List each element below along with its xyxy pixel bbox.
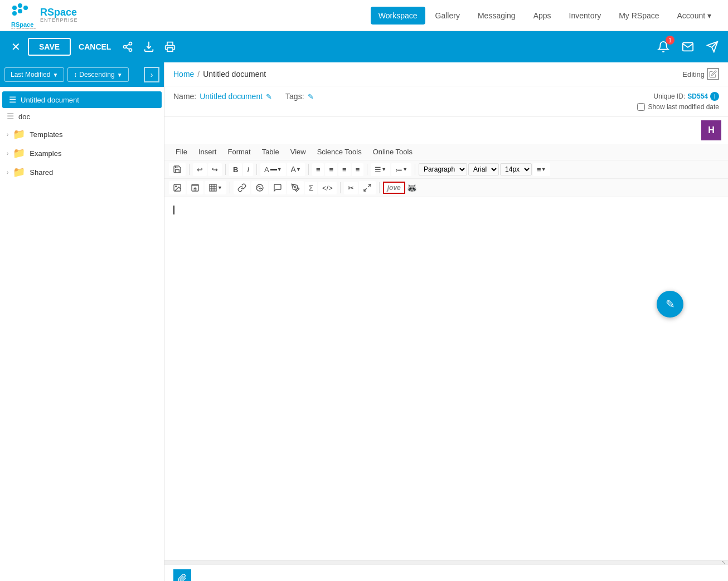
svg-line-28	[364, 188, 367, 191]
bullet-list-button[interactable]: ☰ ▼	[371, 163, 390, 176]
document-meta: Name: Untitled document ✎ Tags: ✎ Unique…	[164, 86, 728, 117]
editor-content-area[interactable]	[164, 197, 728, 560]
nav-inventory[interactable]: Inventory	[561, 7, 609, 25]
font-color-button[interactable]: A ▼	[260, 163, 286, 176]
last-modified-filter[interactable]: Last Modified ▼	[4, 67, 64, 82]
menu-format[interactable]: Format	[225, 146, 253, 158]
sidebar-filter-bar: Last Modified ▼ ↕ Descending ▼ ›	[0, 62, 164, 87]
save-button[interactable]: SAVE	[28, 38, 71, 56]
font-family-select[interactable]: Arial	[468, 163, 499, 175]
raccoon-button[interactable]: 🦝	[406, 183, 418, 193]
paragraph-style-select[interactable]: Paragraph	[419, 163, 467, 175]
divider	[415, 164, 415, 175]
upload-file-button[interactable]	[187, 181, 203, 194]
unique-id-info-icon[interactable]: i	[710, 92, 719, 101]
sigma-button[interactable]: Σ	[305, 182, 317, 194]
insert-image-button[interactable]	[169, 181, 186, 194]
menu-insert[interactable]: Insert	[196, 146, 219, 158]
expand-arrow-icon: ›	[7, 131, 8, 138]
breadcrumb-bar: Home / Untitled document Editing	[164, 62, 728, 86]
tags-edit-icon[interactable]: ✎	[308, 92, 314, 101]
logo[interactable]: RSpace ENTERPRISE RSpace ENTERPRISE	[9, 2, 78, 29]
insert-rspace-link-button[interactable]	[251, 181, 268, 194]
sidebar-item-doc[interactable]: ☰ doc	[0, 108, 164, 125]
attach-button[interactable]	[173, 569, 191, 581]
sketch-button[interactable]	[287, 181, 304, 194]
insert-table-button[interactable]: ▼	[205, 181, 226, 194]
name-edit-icon[interactable]: ✎	[266, 92, 272, 101]
tags-label: Tags:	[285, 92, 304, 101]
messages-button[interactable]	[679, 38, 697, 56]
main-layout: Last Modified ▼ ↕ Descending ▼ › ☰ Untit…	[0, 62, 728, 581]
sidebar-item-templates[interactable]: › 📁 Templates	[0, 125, 164, 144]
menu-online-tools[interactable]: Online Tools	[371, 146, 415, 158]
cancel-button[interactable]: CANCEL	[74, 40, 115, 53]
line-height-button[interactable]: ≡ ▼	[533, 163, 550, 176]
menu-file[interactable]: File	[173, 146, 190, 158]
nav-apps[interactable]: Apps	[526, 7, 559, 25]
menu-table[interactable]: Table	[260, 146, 282, 158]
undo-button[interactable]: ↩	[193, 163, 207, 176]
show-modified-checkbox[interactable]	[637, 103, 645, 111]
nav-workspace[interactable]: Workspace	[371, 7, 425, 25]
sidebar-expand-button[interactable]: ›	[144, 67, 159, 82]
filter-chevron-icon: ▼	[52, 72, 58, 78]
svg-rect-12	[167, 48, 173, 52]
svg-point-9	[129, 48, 132, 51]
svg-point-4	[18, 9, 22, 13]
fab-edit-button[interactable]: ✎	[657, 291, 683, 318]
sidebar-item-shared[interactable]: › 📁 Shared	[0, 163, 164, 182]
font-size-select[interactable]: 14px	[500, 163, 532, 175]
align-justify-button[interactable]: ≡	[352, 163, 364, 176]
code-button[interactable]: </>	[318, 182, 337, 194]
editor-resize-handle[interactable]: ⤡	[164, 560, 728, 564]
close-button[interactable]: ✕	[7, 38, 25, 56]
svg-text:RSpace: RSpace	[11, 21, 33, 28]
svg-point-16	[176, 186, 177, 187]
insert-link-button[interactable]	[234, 181, 250, 194]
sidebar-item-label: Examples	[30, 149, 61, 158]
breadcrumb-separator: /	[197, 70, 200, 79]
editor-toolbar-row2: ▼	[164, 179, 728, 197]
nav-gallery[interactable]: Gallery	[428, 7, 468, 25]
editing-label-text: Editing	[682, 70, 705, 79]
scissors-button[interactable]: ✂	[344, 182, 358, 194]
print-icon[interactable]	[161, 38, 179, 56]
comment-button[interactable]	[269, 181, 286, 194]
svg-point-8	[124, 46, 127, 48]
expand-button[interactable]	[359, 181, 376, 194]
nav-my-rspace[interactable]: My RSpace	[611, 7, 667, 25]
folder-icon: 📁	[13, 128, 25, 140]
bold-button[interactable]: B	[229, 163, 242, 176]
save-doc-icon[interactable]	[169, 163, 186, 176]
numbered-list-button[interactable]: ≔ ▼	[391, 163, 411, 176]
sort-order-button[interactable]: ↕ Descending ▼	[67, 67, 128, 82]
send-button[interactable]	[703, 38, 721, 56]
jove-button[interactable]: jove	[383, 182, 405, 194]
align-right-button[interactable]: ≡	[338, 163, 351, 176]
svg-point-25	[256, 184, 263, 191]
menu-view[interactable]: View	[288, 146, 308, 158]
divider	[230, 182, 230, 193]
align-left-button[interactable]: ≡	[312, 163, 324, 176]
nav-account[interactable]: Account ▾	[669, 7, 719, 25]
highlight-button[interactable]: A ▼	[287, 163, 305, 176]
sidebar-item-examples[interactable]: › 📁 Examples	[0, 144, 164, 163]
redo-button[interactable]: ↪	[208, 163, 222, 176]
align-center-button[interactable]: ≡	[325, 163, 337, 176]
divider	[379, 182, 380, 193]
unique-id-value: SD554	[687, 92, 708, 100]
sidebar-item-label: Templates	[30, 130, 62, 139]
svg-rect-20	[210, 184, 216, 191]
share-icon[interactable]	[119, 38, 137, 56]
unique-id: Unique ID: SD554 i	[637, 92, 719, 101]
h-button[interactable]: H	[701, 120, 721, 140]
menu-science-tools[interactable]: Science Tools	[315, 146, 364, 158]
expand-arrow-icon: ›	[7, 169, 8, 175]
nav-messaging[interactable]: Messaging	[470, 7, 523, 25]
breadcrumb-home[interactable]: Home	[173, 70, 194, 79]
italic-button[interactable]: I	[243, 163, 253, 176]
notification-badge: 1	[666, 36, 674, 45]
download-icon[interactable]	[140, 38, 158, 56]
sidebar-item-untitled-document[interactable]: ☰ Untitled document	[2, 91, 162, 108]
